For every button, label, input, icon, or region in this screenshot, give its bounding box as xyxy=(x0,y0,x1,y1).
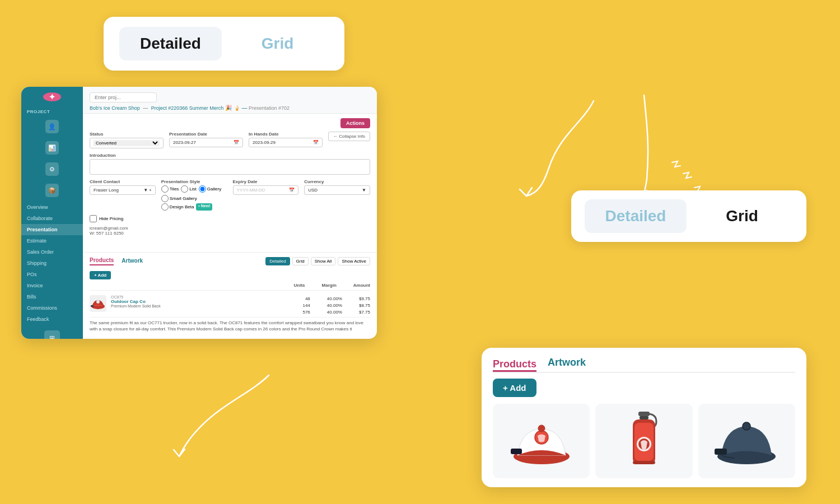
product-grid xyxy=(493,404,795,478)
bottom-panel: Products Artwork + Add xyxy=(482,348,806,487)
client-contact-input[interactable]: Frasier Long ▼ + xyxy=(90,185,156,195)
svg-point-16 xyxy=(743,422,750,430)
expiry-date-label: Expiry Date xyxy=(233,179,299,184)
hands-date-input[interactable]: 2023-09-29 📅 xyxy=(249,138,323,147)
pres-style-label: Presentation Style xyxy=(161,179,227,184)
view-show-all-button[interactable]: Show All xyxy=(311,257,336,265)
style-list[interactable]: List xyxy=(181,185,196,193)
tab-artwork[interactable]: Artwork xyxy=(122,258,143,265)
view-grid-button[interactable]: Grid xyxy=(292,257,309,265)
col-units: Units xyxy=(294,283,305,288)
sidebar-item-overview[interactable]: Overview xyxy=(21,202,83,213)
intro-label: Introduction xyxy=(90,153,370,158)
sidebar-section-label: PROJECT xyxy=(21,107,83,115)
status-label: Status xyxy=(90,132,164,137)
sidebar-icon-gear: ⚙ xyxy=(45,162,59,176)
pres-date-input[interactable]: 2023-09-27 📅 xyxy=(169,138,243,147)
breadcrumb-client: Bob's Ice Cream Shop xyxy=(90,105,140,111)
right-toggle-card: Detailed Grid xyxy=(571,190,806,242)
bottom-panel-tabs: Products Artwork xyxy=(493,357,795,373)
sidebar-item-commissions[interactable]: Commissions xyxy=(21,302,83,314)
currency-select-wrapper[interactable]: USD ▼ xyxy=(304,185,370,195)
status-select-wrapper[interactable]: Converted xyxy=(90,138,164,148)
cap-red-white-svg xyxy=(511,416,572,466)
main-header: Bob's Ice Cream Shop — Project #220366 S… xyxy=(83,87,377,114)
view-show-active-button[interactable]: Show Active xyxy=(338,257,370,265)
breadcrumb: Bob's Ice Cream Shop — Project #220366 S… xyxy=(90,105,370,111)
sidebar-icon-overview: 👤 xyxy=(45,120,59,133)
plus-icon: + xyxy=(149,188,152,193)
sidebar-icons: 👤 📊 ⚙ 📦 xyxy=(21,120,83,197)
hands-date-label: In Hands Date xyxy=(249,132,323,137)
product-code: OC875 xyxy=(111,295,298,299)
sidebar-item-feedback[interactable]: Feedback xyxy=(21,314,83,325)
breadcrumb-emoji: 🎉 🍦 — xyxy=(225,105,248,111)
product-grid-item-cap-red[interactable] xyxy=(493,404,590,478)
sidebar-item-bills[interactable]: Bills xyxy=(21,291,83,302)
product-grid-item-cap-dark[interactable] xyxy=(698,404,795,478)
product-variant: Premium Modern Solid Back xyxy=(111,304,298,308)
sidebar-item-invoice[interactable]: Invoice xyxy=(21,280,83,291)
hands-date-group: In Hands Date 2023-09-29 📅 xyxy=(249,132,323,147)
bottom-tab-artwork[interactable]: Artwork xyxy=(548,357,586,368)
grid-view-button-right[interactable]: Grid xyxy=(691,199,793,233)
product-thumbnail xyxy=(90,295,106,312)
sidebar-item-pos[interactable]: POs xyxy=(21,269,83,280)
currency-group: Currency USD ▼ xyxy=(304,179,370,195)
style-design-beta[interactable]: Design Beta xyxy=(161,203,194,211)
sidebar-item-estimate[interactable]: Estimate xyxy=(21,235,83,246)
view-detailed-button[interactable]: Detailed xyxy=(265,257,290,265)
actions-button[interactable]: Actions xyxy=(340,118,370,128)
water-bottle-svg xyxy=(627,412,661,470)
top-toggle-card: Detailed Grid xyxy=(104,17,344,71)
cap-dark-svg xyxy=(715,416,779,466)
style-tiles[interactable]: Tiles xyxy=(161,185,179,193)
sidebar-item-shipping[interactable]: Shipping xyxy=(21,258,83,269)
sidebar-settings-icon[interactable]: ⊞ xyxy=(44,330,60,339)
breadcrumb-sep1: — xyxy=(143,105,148,111)
bottom-tab-products[interactable]: Products xyxy=(493,358,536,372)
style-smart-gallery[interactable]: Smart Gallery xyxy=(161,195,197,202)
pres-date-group: Presentation Date 2023-09-27 📅 xyxy=(169,132,243,147)
status-select[interactable]: Converted xyxy=(94,140,160,146)
hide-pricing-checkbox[interactable] xyxy=(90,215,97,222)
client-contact-group: Client Contact Frasier Long ▼ + xyxy=(90,179,156,195)
product-grid-item-bottle[interactable] xyxy=(595,404,692,478)
pres-style-group: Presentation Style Tiles List Gallery Sm… xyxy=(161,179,227,211)
main-app-panel: ✦ PROJECT 👤 📊 ⚙ 📦 Overview Collaborate P… xyxy=(21,87,377,339)
pres-date-label: Presentation Date xyxy=(169,132,243,137)
hide-pricing-label: Hide Pricing xyxy=(99,216,123,221)
units-1: 48 xyxy=(302,296,310,301)
contact-email: icream@gmail.com xyxy=(90,226,370,231)
add-product-button[interactable]: + Add xyxy=(90,271,111,279)
svg-rect-8 xyxy=(640,416,648,419)
col-amount: Amount xyxy=(353,283,370,288)
bottom-add-button[interactable]: + Add xyxy=(493,379,536,397)
svg-rect-13 xyxy=(633,461,655,464)
sidebar-item-sales-order[interactable]: Sales Order xyxy=(21,246,83,258)
style-gallery[interactable]: Gallery xyxy=(199,185,221,193)
amount-1: $9.75 xyxy=(359,296,370,301)
calendar-icon-pres: 📅 xyxy=(234,140,239,145)
product-thumb-svg xyxy=(91,298,105,309)
grid-view-button-top[interactable]: Grid xyxy=(226,27,329,60)
products-section: Products Artwork Detailed Grid Show All … xyxy=(83,252,377,339)
detailed-view-button-top[interactable]: Detailed xyxy=(119,27,222,60)
product-info: OC875 Outdoor Cap Co Premium Modern Soli… xyxy=(111,295,298,308)
tab-products[interactable]: Products xyxy=(90,257,114,265)
sidebar-item-collaborate[interactable]: Collaborate xyxy=(21,213,83,224)
amount-2: $8.75 xyxy=(359,303,370,308)
pres-style-radio-group-2: Design Beta • New! xyxy=(161,203,227,211)
chevron-down-icon: ▼ xyxy=(143,188,148,193)
hide-pricing-row: Hide Pricing xyxy=(90,215,370,222)
products-table-header: Units Margin Amount xyxy=(90,283,370,291)
expiry-date-input[interactable]: YYYY-MM-DD 📅 xyxy=(233,185,299,195)
svg-rect-15 xyxy=(715,449,727,455)
product-values: 48 144 576 40.00% 40.00% 40.00% $9.75 $8… xyxy=(302,295,370,315)
collapse-button[interactable]: ← Collapse Info xyxy=(328,132,370,141)
sidebar-item-presentation[interactable]: Presentation xyxy=(21,224,83,235)
search-input[interactable] xyxy=(90,92,157,102)
form-section: Actions Status Converted Presentation Da… xyxy=(83,114,377,252)
detailed-view-button-right[interactable]: Detailed xyxy=(585,199,687,233)
intro-textarea[interactable] xyxy=(90,159,370,175)
